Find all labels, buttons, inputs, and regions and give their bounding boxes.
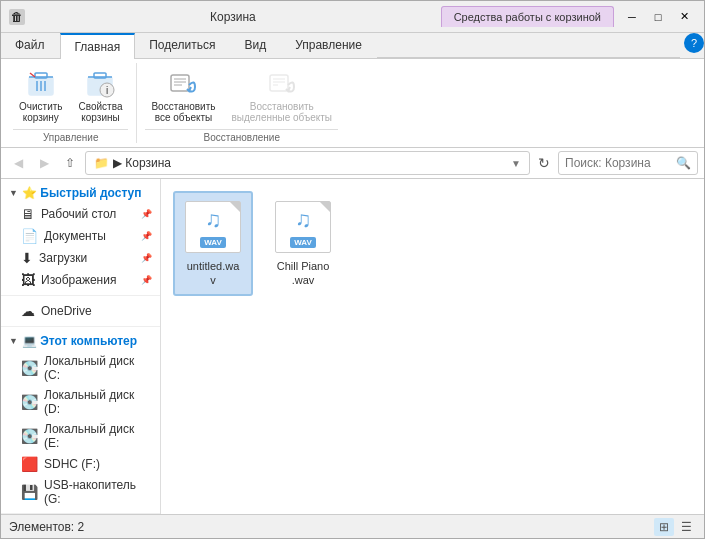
svg-text:i: i — [106, 85, 108, 96]
context-tab[interactable]: Средства работы с корзиной — [441, 6, 614, 27]
music-note-icon-1: ♫ — [205, 207, 222, 233]
tab-home[interactable]: Главная — [60, 33, 136, 59]
drive-d-icon: 💽 — [21, 394, 38, 410]
help-button[interactable]: ? — [684, 33, 704, 53]
address-box[interactable]: 📁 ▶ Корзина ▼ — [85, 151, 530, 175]
sidebar-item-drive-e[interactable]: 💽 Локальный диск (E: — [1, 419, 160, 453]
ribbon-content: Очиститькорзину i Свойства — [1, 59, 704, 147]
restore-all-label: Восстановитьвсе объекты — [151, 101, 215, 123]
drive-e-label: Локальный диск (E: — [44, 422, 152, 450]
restore-all-icon — [167, 67, 199, 99]
onedrive-label: OneDrive — [41, 304, 92, 318]
wav-label-2: WAV — [290, 237, 316, 248]
title-icons: 🗑 — [9, 9, 25, 25]
clear-basket-label: Очиститькорзину — [19, 101, 63, 123]
restore-group-label: Восстановление — [145, 129, 338, 143]
tab-share[interactable]: Поделиться — [135, 33, 230, 58]
sidebar-item-documents[interactable]: 📄 Документы 📌 — [1, 225, 160, 247]
this-pc-chevron: ▼ — [9, 336, 18, 346]
wav-file-icon-1: ♫ WAV — [185, 201, 241, 253]
sidebar-item-desktop[interactable]: 🖥 Рабочий стол 📌 — [1, 203, 160, 225]
back-button[interactable]: ◀ — [7, 152, 29, 174]
window-controls: ─ □ ✕ — [620, 6, 696, 28]
sdhc-label: SDHC (F:) — [44, 457, 100, 471]
minimize-button[interactable]: ─ — [620, 6, 644, 28]
up-button[interactable]: ⇧ — [59, 152, 81, 174]
forward-button[interactable]: ▶ — [33, 152, 55, 174]
quick-access-chevron: ▼ — [9, 188, 18, 198]
usb-label: USB-накопитель (G: — [44, 478, 152, 506]
restore-selected-label: Восстановитьвыделенные объекты — [232, 101, 333, 123]
details-view-button[interactable]: ☰ — [676, 518, 696, 536]
titlebar: 🗑 Корзина Средства работы с корзиной ─ □… — [1, 1, 704, 33]
svg-rect-15 — [270, 75, 288, 91]
manage-buttons: Очиститькорзину i Свойства — [13, 63, 128, 127]
window-title: Корзина — [31, 10, 435, 24]
maximize-button[interactable]: □ — [646, 6, 670, 28]
desktop-label: Рабочий стол — [41, 207, 116, 221]
large-icons-view-button[interactable]: ⊞ — [654, 518, 674, 536]
address-dropdown-arrow[interactable]: ▼ — [511, 158, 521, 169]
file-icon-wrap-2: ♫ WAV — [271, 199, 335, 255]
refresh-button[interactable]: ↻ — [534, 153, 554, 173]
sidebar-item-onedrive[interactable]: ☁ OneDrive — [1, 300, 160, 322]
view-buttons: ⊞ ☰ — [654, 518, 696, 536]
content-area: ♫ WAV untitled.wav ♫ WAV Chill Piano.w — [161, 179, 704, 514]
basket-props-icon: i — [84, 67, 116, 99]
desktop-pin-icon: 📌 — [141, 209, 152, 219]
wav-label-1: WAV — [200, 237, 226, 248]
wav-file-icon-2: ♫ WAV — [275, 201, 331, 253]
items-count: Элементов: 2 — [9, 520, 84, 534]
app-icon: 🗑 — [9, 9, 25, 25]
restore-buttons: Восстановитьвсе объекты — [145, 63, 338, 127]
sdhc-icon: 🟥 — [21, 456, 38, 472]
this-pc-header[interactable]: ▼ 💻 Этот компьютер — [1, 331, 160, 351]
ribbon-tabs: Файл Главная Поделиться Вид Управление ? — [1, 33, 704, 59]
drive-e-icon: 💽 — [21, 428, 38, 444]
drive-c-label: Локальный диск (C: — [44, 354, 152, 382]
address-path: ▶ Корзина — [113, 156, 507, 170]
restore-selected-icon — [266, 67, 298, 99]
basket-props-button[interactable]: i Свойствакорзины — [73, 63, 129, 127]
drive-d-label: Локальный диск (D: — [44, 388, 152, 416]
search-icon: 🔍 — [676, 156, 691, 170]
svg-rect-11 — [171, 75, 189, 91]
restore-selected-button[interactable]: Восстановитьвыделенные объекты — [226, 63, 339, 127]
sidebar-item-drive-d[interactable]: 💽 Локальный диск (D: — [1, 385, 160, 419]
sidebar-item-downloads[interactable]: ⬇ Загрузки 📌 — [1, 247, 160, 269]
tab-view[interactable]: Вид — [230, 33, 281, 58]
documents-label: Документы — [44, 229, 106, 243]
divider-1 — [1, 295, 160, 296]
statusbar: Элементов: 2 ⊞ ☰ — [1, 514, 704, 538]
drive-c-icon: 💽 — [21, 360, 38, 376]
manage-group-label: Управление — [13, 129, 128, 143]
sidebar-item-usb[interactable]: 💾 USB-накопитель (G: — [1, 475, 160, 509]
files-grid: ♫ WAV untitled.wav ♫ WAV Chill Piano.w — [173, 191, 692, 296]
sidebar-item-images[interactable]: 🖼 Изображения 📌 — [1, 269, 160, 291]
main-area: ▼ ⭐ Быстрый доступ 🖥 Рабочий стол 📌 📄 До… — [1, 179, 704, 514]
sidebar-item-drive-c[interactable]: 💽 Локальный диск (C: — [1, 351, 160, 385]
this-pc-label: 💻 Этот компьютер — [22, 334, 137, 348]
documents-icon: 📄 — [21, 228, 38, 244]
tab-file[interactable]: Файл — [1, 33, 60, 58]
tab-manage[interactable]: Управление — [281, 33, 377, 58]
images-icon: 🖼 — [21, 272, 35, 288]
addressbar: ◀ ▶ ⇧ 📁 ▶ Корзина ▼ ↻ 🔍 — [1, 148, 704, 179]
quick-access-header[interactable]: ▼ ⭐ Быстрый доступ — [1, 183, 160, 203]
clear-basket-button[interactable]: Очиститькорзину — [13, 63, 69, 127]
sidebar: ▼ ⭐ Быстрый доступ 🖥 Рабочий стол 📌 📄 До… — [1, 179, 161, 514]
close-button[interactable]: ✕ — [672, 6, 696, 28]
sidebar-item-sdhc[interactable]: 🟥 SDHC (F:) — [1, 453, 160, 475]
file-item-untitled-wav[interactable]: ♫ WAV untitled.wav — [173, 191, 253, 296]
ribbon-group-manage: Очиститькорзину i Свойства — [9, 63, 137, 143]
usb-icon: 💾 — [21, 484, 38, 500]
file-item-chill-piano[interactable]: ♫ WAV Chill Piano.wav — [263, 191, 343, 296]
search-input[interactable] — [565, 156, 672, 170]
onedrive-icon: ☁ — [21, 303, 35, 319]
images-pin-icon: 📌 — [141, 275, 152, 285]
music-note-icon-2: ♫ — [295, 207, 312, 233]
clear-basket-icon — [25, 67, 57, 99]
restore-all-button[interactable]: Восстановитьвсе объекты — [145, 63, 221, 127]
address-folder-icon: 📁 — [94, 156, 109, 170]
images-label: Изображения — [41, 273, 116, 287]
